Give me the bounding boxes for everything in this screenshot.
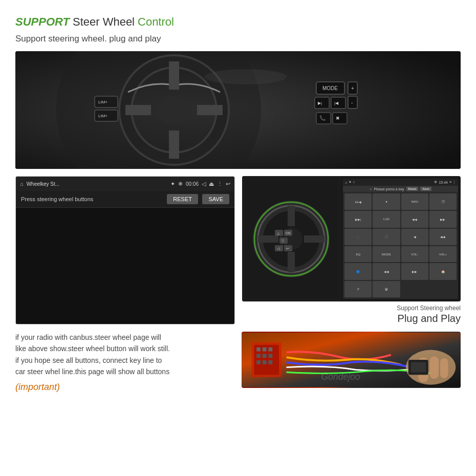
- wires-photo: Gondejoo: [242, 332, 461, 388]
- svg-rect-53: [269, 348, 273, 352]
- svg-text:+: +: [351, 85, 354, 91]
- back-icon: ↩: [226, 181, 230, 187]
- title-steer: Steer Wheel: [73, 15, 135, 29]
- grid-btn-19: ▶▶: [401, 263, 428, 279]
- controls-bar: Press steering wheel buttons RESET SAVE: [16, 191, 234, 208]
- support-steering-label: Support Steering wheel: [242, 305, 461, 312]
- grid-btn-4: 🎬: [429, 193, 457, 210]
- mini-bt: ❄: [434, 180, 437, 184]
- grid-btn-8: ▶▶: [429, 211, 457, 227]
- grid-btn-16: VOL+: [429, 246, 457, 262]
- menu-icon: ⋮: [217, 181, 223, 187]
- grid-btn-18: ◀◀: [373, 263, 400, 279]
- grid-btn-13: EQ: [344, 246, 372, 262]
- right-panel: △ OK ▽ ◁ ↩ ⌂ ✦ ○ ❄: [242, 176, 461, 324]
- svg-text:LIM+: LIM+: [98, 100, 107, 104]
- svg-text:📞: 📞: [319, 115, 326, 121]
- action-buttons: RESET SAVE: [167, 194, 229, 204]
- save-button[interactable]: SAVE: [202, 194, 229, 204]
- mini-steering-svg: △ OK ▽ ◁ ↩: [245, 180, 337, 298]
- left-app-panel: ⌂ Wheelkey St... ✦ ❄ 00:06 ◁ ⏏ ⋮ ↩ Press…: [15, 176, 235, 324]
- svg-rect-59: [269, 360, 273, 364]
- bt-icon: ✦: [170, 181, 175, 187]
- svg-rect-52: [263, 348, 267, 352]
- grid-btn-1: M/◀: [344, 193, 372, 210]
- svg-text:MODE: MODE: [322, 85, 338, 91]
- panel-content: [16, 208, 234, 324]
- vol-icon: ◁: [202, 181, 206, 187]
- grid-btn-3: NAVI: [401, 193, 428, 210]
- grid-btn-17: 🔵: [344, 263, 372, 279]
- press-text: Press steering wheel buttons: [21, 196, 93, 202]
- svg-rect-57: [256, 360, 261, 364]
- important-text: (important): [15, 382, 234, 393]
- desc-text: if your radio with canbus.steer wheel pa…: [15, 332, 234, 378]
- desc-line3: if you hope see all buttons, connect key…: [15, 356, 162, 364]
- desc-line2: like above show.steer wheel button will …: [15, 344, 170, 353]
- mini-save-btn[interactable]: Save: [420, 187, 431, 191]
- wires-svg: Gondejoo: [242, 332, 461, 388]
- svg-text:LIM+: LIM+: [98, 114, 107, 118]
- grid-btn-5: ▶▶|: [344, 211, 372, 227]
- mini-icons2: ≡ ⋮: [449, 180, 456, 184]
- mini-please-icon: ○: [370, 187, 372, 191]
- grid-btn-12: ◀◀: [429, 229, 457, 245]
- mini-statusbar: ⌂ ✦ ○ ❄ 15:44 ≡ ⋮: [343, 179, 458, 186]
- svg-text:▶|: ▶|: [318, 101, 322, 105]
- grid-btn-15: VOL-: [401, 246, 428, 262]
- svg-rect-62: [430, 356, 439, 379]
- mini-please-text: Please press a key: [374, 187, 404, 191]
- grid-btn-14: MODE: [373, 246, 400, 262]
- subtitle: Support steering wheel. plug and play: [15, 34, 461, 44]
- app-name: Wheelkey St...: [27, 181, 167, 187]
- title-line: SUPPORT Steer Wheel Control: [15, 15, 461, 29]
- svg-text:↩: ↩: [286, 247, 289, 250]
- svg-text:|◀: |◀: [334, 101, 339, 105]
- statusbar: ⌂ Wheelkey St... ✦ ❄ 00:06 ◁ ⏏ ⋮ ↩: [16, 177, 234, 191]
- steering-photo-svg: LIM+ LIM+ MODE + - ▶| |◀ 📞 ✖: [15, 51, 461, 169]
- right-labels: Support Steering wheel Plug and Play: [242, 301, 461, 324]
- grid-btn-10: 🎵: [373, 229, 400, 245]
- grid-btn-9: 📞: [344, 229, 372, 245]
- svg-text:✖: ✖: [336, 116, 340, 121]
- desc-line4: car steer whel line.this page will show …: [15, 367, 169, 376]
- mini-button-grid: M/◀ ● NAVI 🎬 ▶▶| LUD ◀◀ ▶▶ 📞 🎵 ◀ ◀◀ EQ M…: [343, 192, 458, 299]
- grid-btn-22: ⏻: [373, 281, 400, 297]
- grid-btn-6: LUD: [373, 211, 400, 227]
- mini-please-bar: ○ Please press a key Reset Save: [343, 186, 458, 192]
- grid-btn-7: ◀◀: [401, 211, 428, 227]
- mini-android-screen: ⌂ ✦ ○ ❄ 15:44 ≡ ⋮ ○ Please press a key R…: [343, 179, 458, 299]
- page-wrapper: SUPPORT Steer Wheel Control Support stee…: [0, 0, 476, 476]
- grid-btn-20: 🏠: [429, 263, 457, 279]
- grid-btn-21: ↺: [344, 281, 372, 297]
- svg-rect-26: [333, 113, 347, 124]
- bt-icon2: ❄: [178, 181, 183, 187]
- bottom-text-area: if your radio with canbus.steer wheel pa…: [15, 332, 461, 393]
- svg-rect-51: [256, 348, 261, 352]
- bottom-left-text: if your radio with canbus.steer wheel pa…: [15, 332, 234, 393]
- svg-rect-65: [411, 362, 426, 372]
- svg-rect-63: [440, 358, 448, 378]
- status-time: 00:06: [186, 181, 199, 187]
- eject-icon: ⏏: [209, 181, 214, 187]
- title-control: Control: [138, 15, 174, 29]
- svg-text:-: -: [351, 100, 353, 105]
- wires-photo-area: Gondejoo: [242, 332, 461, 393]
- steering-circle-area: △ OK ▽ ◁ ↩: [242, 176, 340, 301]
- svg-rect-58: [263, 360, 267, 364]
- grid-btn-11: ◀: [401, 229, 428, 245]
- mini-reset-btn[interactable]: Reset: [406, 187, 419, 191]
- steering-wheel-photo: LIM+ LIM+ MODE + - ▶| |◀ 📞 ✖: [15, 51, 461, 169]
- home-icon: ⌂: [20, 181, 24, 187]
- right-top: △ OK ▽ ◁ ↩ ⌂ ✦ ○ ❄: [242, 176, 461, 301]
- grid-btn-2: ●: [373, 193, 400, 210]
- svg-rect-55: [263, 354, 267, 358]
- plug-play-label: Plug and Play: [242, 313, 461, 324]
- mini-home-icon: ⌂: [345, 181, 347, 184]
- mini-time: 15:44: [439, 181, 448, 184]
- svg-point-28: [205, 69, 287, 84]
- reset-button[interactable]: RESET: [167, 194, 198, 204]
- svg-point-9: [156, 96, 192, 124]
- svg-rect-54: [256, 354, 261, 358]
- title-support: SUPPORT: [15, 15, 70, 29]
